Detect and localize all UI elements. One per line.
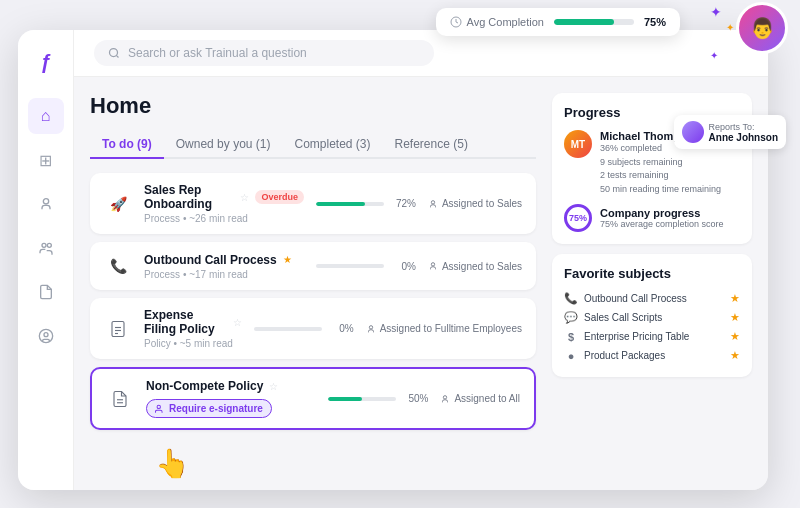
- app-wrapper: ƒ ⌂ ⊞ Search or ask Trainual a question: [18, 30, 768, 490]
- list-item[interactable]: 🚀 Sales Rep Onboarding ☆ Overdue Process…: [90, 173, 536, 234]
- svg-point-16: [157, 405, 160, 408]
- tab-owned[interactable]: Owned by you (1): [164, 131, 283, 159]
- user-avatar[interactable]: 👨: [736, 2, 788, 54]
- progress-bar: [254, 327, 322, 331]
- list-item[interactable]: Expense Filing Policy ☆ Policy • ~5 min …: [90, 298, 536, 359]
- sparkle-icon: ✦: [726, 22, 734, 33]
- fav-star[interactable]: ★: [730, 349, 740, 362]
- svg-point-2: [47, 243, 51, 247]
- fav-item[interactable]: 💬 Sales Call Scripts ★: [564, 308, 740, 327]
- fav-label: Product Packages: [584, 350, 665, 361]
- avg-completion-tooltip: Avg Completion 75%: [436, 8, 680, 36]
- star-icon[interactable]: ☆: [269, 381, 278, 392]
- fav-star[interactable]: ★: [730, 292, 740, 305]
- sidebar-item-users[interactable]: [28, 186, 64, 222]
- progress-pct: 0%: [392, 261, 416, 272]
- company-progress-sub: 75% average completion score: [600, 219, 724, 229]
- star-icon[interactable]: ☆: [240, 192, 249, 203]
- item-icon: [104, 315, 132, 343]
- svg-rect-9: [112, 321, 124, 336]
- svg-point-8: [431, 263, 434, 266]
- sidebar-item-docs[interactable]: [28, 274, 64, 310]
- item-progress: 72%: [316, 198, 416, 209]
- overdue-badge: Overdue: [255, 190, 304, 204]
- item-icon: 📞: [104, 252, 132, 280]
- app-logo[interactable]: ƒ: [30, 46, 62, 78]
- fav-label: Sales Call Scripts: [584, 312, 662, 323]
- list-item-highlighted[interactable]: Non-Compete Policy ☆ Require e-signature: [90, 367, 536, 430]
- sparkle-icon: ✦: [710, 4, 722, 20]
- page-title: Home: [90, 93, 536, 119]
- favorite-subjects-title: Favorite subjects: [564, 266, 740, 281]
- company-progress-badge: 75%: [564, 204, 592, 232]
- item-meta: Process • ~26 min read: [144, 213, 304, 224]
- reports-to-avatar: [682, 121, 704, 143]
- sidebar: ƒ ⌂ ⊞: [18, 30, 74, 490]
- item-meta: Policy • ~5 min read: [144, 338, 242, 349]
- item-assign: Assigned to All: [440, 393, 520, 404]
- fav-item[interactable]: ● Product Packages ★: [564, 346, 740, 365]
- progress-pct: 72%: [392, 198, 416, 209]
- item-title: Outbound Call Process: [144, 253, 277, 267]
- svg-point-17: [444, 395, 447, 398]
- tab-todo[interactable]: To do (9): [90, 131, 164, 159]
- progress-bar: [316, 264, 384, 268]
- search-box[interactable]: Search or ask Trainual a question: [94, 40, 434, 66]
- progress-bar: [328, 397, 396, 401]
- fav-star[interactable]: ★: [730, 330, 740, 343]
- avg-progress-fill: [554, 19, 614, 25]
- fav-star[interactable]: ★: [730, 311, 740, 324]
- fav-label: Outbound Call Process: [584, 293, 687, 304]
- list-item[interactable]: 📞 Outbound Call Process ★ Process • ~17 …: [90, 242, 536, 290]
- sparkle-icon: ✦: [710, 50, 718, 61]
- fav-icon: $: [564, 331, 578, 343]
- svg-point-1: [42, 243, 46, 247]
- reports-to-bubble: Reports To: Anne Johnson: [674, 115, 786, 149]
- star-icon[interactable]: ★: [283, 254, 292, 265]
- avatar: MT: [564, 130, 592, 158]
- progress-fill: [316, 202, 365, 206]
- sidebar-item-home[interactable]: ⌂: [28, 98, 64, 134]
- fav-label: Enterprise Pricing Table: [584, 331, 689, 342]
- sidebar-item-profile[interactable]: [28, 318, 64, 354]
- require-esignature-badge[interactable]: Require e-signature: [146, 399, 272, 418]
- tab-reference[interactable]: Reference (5): [383, 131, 480, 159]
- item-title: Sales Rep Onboarding: [144, 183, 234, 211]
- person-stats: 36% completed 9 subjects remaining 2 tes…: [600, 142, 740, 196]
- reports-to-name: Anne Johnson: [709, 132, 778, 143]
- progress-bar: [316, 202, 384, 206]
- svg-point-5: [110, 49, 118, 57]
- search-icon: [108, 47, 120, 59]
- progress-fill: [328, 397, 362, 401]
- item-title: Expense Filing Policy: [144, 308, 227, 336]
- star-icon[interactable]: ☆: [233, 317, 242, 328]
- item-meta: Process • ~17 min read: [144, 269, 304, 280]
- reports-to-label: Reports To:: [709, 122, 778, 132]
- hand-cursor-icon: 👆: [155, 447, 190, 480]
- svg-point-0: [43, 199, 48, 204]
- svg-line-6: [116, 55, 118, 57]
- tab-completed[interactable]: Completed (3): [282, 131, 382, 159]
- svg-point-7: [431, 200, 434, 203]
- item-assign: Assigned to Sales: [428, 198, 522, 209]
- item-assign: Assigned to Fulltime Employees: [366, 323, 522, 334]
- item-title: Non-Compete Policy: [146, 379, 263, 393]
- tabs-bar: To do (9) Owned by you (1) Completed (3)…: [90, 131, 536, 159]
- fav-item[interactable]: 📞 Outbound Call Process ★: [564, 289, 740, 308]
- topbar: Search or ask Trainual a question: [74, 30, 768, 77]
- svg-point-13: [369, 325, 372, 328]
- main-content: Search or ask Trainual a question Home T…: [74, 30, 768, 490]
- sidebar-item-groups[interactable]: [28, 230, 64, 266]
- item-info: Sales Rep Onboarding ☆ Overdue Process •…: [144, 183, 304, 224]
- progress-pct: 50%: [404, 393, 428, 404]
- svg-point-4: [44, 333, 48, 337]
- sidebar-item-reports[interactable]: ⊞: [28, 142, 64, 178]
- fav-icon: 📞: [564, 292, 578, 305]
- clock-icon: [450, 16, 462, 28]
- fav-icon: 💬: [564, 311, 578, 324]
- fav-item[interactable]: $ Enterprise Pricing Table ★: [564, 327, 740, 346]
- item-progress: 50%: [328, 393, 428, 404]
- item-progress: 0%: [254, 323, 354, 334]
- content-list: 🚀 Sales Rep Onboarding ☆ Overdue Process…: [90, 173, 536, 430]
- favorite-subjects-card: Favorite subjects 📞 Outbound Call Proces…: [552, 254, 752, 377]
